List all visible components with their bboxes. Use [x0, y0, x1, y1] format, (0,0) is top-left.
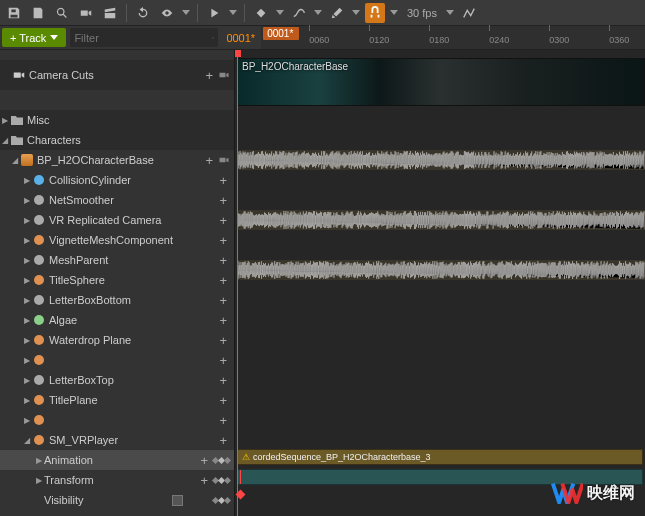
fps-label[interactable]: 30 fps	[403, 7, 441, 19]
curve-editor-icon[interactable]	[459, 3, 479, 23]
search-icon[interactable]	[212, 32, 214, 44]
add-icon[interactable]: +	[197, 453, 211, 468]
transform-track[interactable]: ▶ Transform +	[0, 470, 234, 490]
search-icon[interactable]	[52, 3, 72, 23]
play-icon[interactable]	[204, 3, 224, 23]
waveform-track-3[interactable]	[237, 260, 645, 280]
camera-icon[interactable]	[76, 3, 96, 23]
curve-icon[interactable]	[289, 3, 309, 23]
dropdown-icon[interactable]	[351, 10, 361, 15]
camera-cuts-track[interactable]: Camera Cuts +	[0, 60, 234, 90]
filter-input[interactable]	[74, 32, 212, 44]
keyframe-nav[interactable]	[213, 458, 230, 463]
expand-icon[interactable]: ▶	[22, 396, 32, 405]
expand-icon[interactable]: ▶	[34, 476, 44, 485]
component-track[interactable]: ▶ VignetteMeshComponent +	[0, 230, 234, 250]
component-track[interactable]: ▶ Algae +	[0, 310, 234, 330]
component-track[interactable]: ▶ CollisionCylinder +	[0, 170, 234, 190]
add-icon[interactable]: +	[216, 333, 230, 348]
component-track[interactable]: ▶ MeshParent +	[0, 250, 234, 270]
add-icon[interactable]: +	[216, 193, 230, 208]
expand-icon[interactable]: ▶	[22, 376, 32, 385]
visibility-track[interactable]: Visibility	[0, 490, 234, 510]
folder-characters[interactable]: ◢ Characters	[0, 130, 234, 150]
component-track[interactable]: ▶ Waterdrop Plane +	[0, 330, 234, 350]
visibility-icon[interactable]	[157, 3, 177, 23]
component-track[interactable]: ▶ TitlePlane +	[0, 390, 234, 410]
expand-icon[interactable]: ▶	[22, 236, 32, 245]
playhead[interactable]	[237, 50, 238, 516]
component-track[interactable]: ◢ SM_VRPlayer +	[0, 430, 234, 450]
component-track[interactable]: ▶ LetterBoxTop +	[0, 370, 234, 390]
expand-icon[interactable]: ▶	[22, 196, 32, 205]
timeline-area[interactable]: BP_H2OCharacterBase ⚠ cordedSequence_BP_…	[235, 50, 645, 516]
expand-icon[interactable]: ▶	[34, 456, 44, 465]
keyframe-marker[interactable]	[237, 491, 244, 498]
expand-icon[interactable]: ▶	[22, 216, 32, 225]
add-icon[interactable]: +	[216, 313, 230, 328]
add-icon[interactable]: +	[216, 213, 230, 228]
add-icon[interactable]: +	[216, 413, 230, 428]
dropdown-icon[interactable]	[228, 10, 238, 15]
timeline-ruler[interactable]: 0001* 006001200180024003000360	[261, 26, 645, 49]
expand-icon[interactable]: ▶	[22, 416, 32, 425]
add-icon[interactable]: +	[216, 373, 230, 388]
expand-icon[interactable]: ▶	[22, 276, 32, 285]
collapse-icon[interactable]: ◢	[0, 136, 10, 145]
dropdown-icon[interactable]	[445, 10, 455, 15]
folder-misc[interactable]: ▶ Misc	[0, 110, 234, 130]
animation-sequence-bar[interactable]: ⚠ cordedSequence_BP_H2OCharacterbase_3	[237, 449, 643, 465]
add-icon[interactable]: +	[216, 253, 230, 268]
add-icon[interactable]: +	[216, 173, 230, 188]
snap-icon[interactable]	[365, 3, 385, 23]
add-icon[interactable]: +	[216, 433, 230, 448]
lock-camera-icon[interactable]	[218, 69, 230, 81]
add-icon[interactable]: +	[216, 233, 230, 248]
add-icon[interactable]: +	[216, 393, 230, 408]
component-track[interactable]: ▶ VR Replicated Camera +	[0, 210, 234, 230]
expand-icon[interactable]: ▶	[22, 176, 32, 185]
component-track[interactable]: ▶ TitleSphere +	[0, 270, 234, 290]
add-icon[interactable]: +	[197, 473, 211, 488]
component-track[interactable]: ▶ LetterBoxBottom +	[0, 290, 234, 310]
find-in-content-icon[interactable]	[28, 3, 48, 23]
pilot-icon[interactable]	[218, 154, 230, 166]
keyframe-marker[interactable]	[240, 470, 241, 484]
save-icon[interactable]	[4, 3, 24, 23]
dropdown-icon[interactable]	[313, 10, 323, 15]
undo-icon[interactable]	[133, 3, 153, 23]
collapse-icon[interactable]: ◢	[10, 156, 20, 165]
dropdown-icon[interactable]	[389, 10, 399, 15]
add-icon[interactable]: +	[202, 68, 216, 83]
add-icon[interactable]: +	[216, 273, 230, 288]
keyframe-nav[interactable]	[213, 498, 230, 503]
add-icon[interactable]: +	[202, 153, 216, 168]
visibility-checkbox[interactable]	[172, 495, 183, 506]
expand-icon[interactable]: ▶	[0, 116, 10, 125]
component-label: TitleSphere	[49, 274, 216, 286]
waveform-track-1[interactable]	[237, 150, 645, 170]
component-track[interactable]: ▶ +	[0, 410, 234, 430]
keyframe-icon[interactable]	[251, 3, 271, 23]
camera-cut-preview[interactable]: BP_H2OCharacterBase	[237, 58, 645, 106]
expand-icon[interactable]: ▶	[22, 256, 32, 265]
add-icon[interactable]: +	[216, 293, 230, 308]
brush-icon[interactable]	[327, 3, 347, 23]
add-track-button[interactable]: + Track	[2, 28, 66, 47]
actor-track[interactable]: ◢ BP_H2OCharacterBase +	[0, 150, 234, 170]
keyframe-nav[interactable]	[213, 478, 230, 483]
add-icon[interactable]: +	[216, 353, 230, 368]
waveform-track-2[interactable]	[237, 210, 645, 230]
expand-icon[interactable]: ▶	[22, 316, 32, 325]
component-track[interactable]: ▶ +	[0, 350, 234, 370]
expand-icon[interactable]: ◢	[22, 436, 32, 445]
animation-track[interactable]: ▶ Animation +	[0, 450, 234, 470]
expand-icon[interactable]: ▶	[22, 296, 32, 305]
expand-icon[interactable]: ▶	[22, 356, 32, 365]
component-track[interactable]: ▶ NetSmoother +	[0, 190, 234, 210]
clapboard-icon[interactable]	[100, 3, 120, 23]
dropdown-icon[interactable]	[181, 10, 191, 15]
dropdown-icon[interactable]	[275, 10, 285, 15]
expand-icon[interactable]: ▶	[22, 336, 32, 345]
current-frame-label[interactable]: 0001*	[220, 26, 261, 49]
